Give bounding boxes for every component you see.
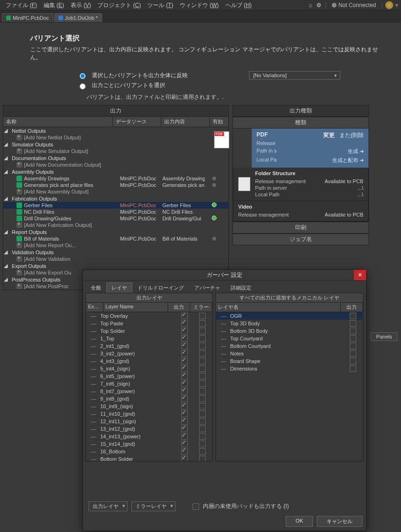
output-checkbox[interactable] bbox=[181, 388, 188, 395]
mech-layer-row[interactable]: Top Courtyard bbox=[216, 335, 363, 342]
mech-output-checkbox[interactable] bbox=[350, 313, 356, 319]
add-new-output[interactable]: [Add New Fabrication Output] bbox=[3, 222, 228, 228]
category-row[interactable]: ◢Assembly Outputs bbox=[3, 168, 228, 175]
output-checkbox[interactable] bbox=[181, 328, 188, 334]
category-row[interactable]: ◢Simulator Outputs bbox=[3, 141, 228, 148]
output-checkbox[interactable] bbox=[181, 411, 188, 417]
output-item[interactable]: Assembly DrawingsMiniPC.PcbDocAssembly D… bbox=[3, 175, 228, 182]
tab-drill[interactable]: ドリルドローイング bbox=[132, 282, 189, 293]
mech-layer-row[interactable]: Top 3D Body bbox=[216, 320, 363, 327]
layer-row[interactable]: 3_int2_(power) bbox=[86, 350, 212, 357]
tab-advanced[interactable]: 詳細設定 bbox=[225, 282, 257, 293]
gear-icon[interactable] bbox=[316, 2, 323, 8]
menu-view[interactable]: 表示 (V) bbox=[68, 0, 94, 10]
output-checkbox[interactable] bbox=[181, 403, 188, 410]
chevron-down-icon[interactable]: ▾ bbox=[395, 2, 398, 8]
mirror-checkbox[interactable] bbox=[199, 380, 206, 387]
mirror-checkbox[interactable] bbox=[199, 426, 206, 432]
mirror-checkbox[interactable] bbox=[199, 343, 206, 349]
home-icon[interactable] bbox=[309, 2, 315, 8]
ok-button[interactable]: OK bbox=[286, 516, 313, 527]
mirror-checkbox[interactable] bbox=[199, 448, 206, 455]
mirror-checkbox[interactable] bbox=[199, 328, 206, 334]
mech-layer-row[interactable]: Bottom Courtyard bbox=[216, 342, 363, 350]
layer-row[interactable]: 8_int7_(power) bbox=[86, 387, 212, 395]
mech-output-checkbox[interactable] bbox=[350, 343, 356, 349]
pdf-delete[interactable]: また(削除 bbox=[339, 132, 364, 138]
category-row[interactable]: ◢Netlist Outputs bbox=[3, 127, 228, 134]
radio-apply-all[interactable] bbox=[80, 73, 86, 79]
category-row[interactable]: ◢Fabrication Outputs bbox=[3, 195, 228, 202]
unused-pads-checkbox[interactable] bbox=[192, 503, 199, 510]
mirror-layer-dropdown[interactable]: ミラーレイヤ bbox=[131, 501, 176, 511]
mirror-checkbox[interactable] bbox=[199, 320, 206, 327]
mirror-checkbox[interactable] bbox=[199, 313, 206, 319]
menu-project[interactable]: プロジェクト (C) bbox=[95, 0, 144, 10]
layer-row[interactable]: 7_int6_(sign) bbox=[86, 380, 212, 387]
add-new-output[interactable]: [Add New Documentation Output] bbox=[3, 161, 228, 168]
output-checkbox[interactable] bbox=[181, 441, 188, 447]
output-item[interactable]: NC Drill FilesMiniPC.PcbDocNC Drill File… bbox=[3, 209, 228, 215]
layer-row[interactable]: 11_int10_(gnd) bbox=[86, 410, 212, 418]
layer-row[interactable]: Top Overlay bbox=[86, 312, 212, 320]
output-checkbox[interactable] bbox=[181, 380, 188, 387]
add-new-output[interactable]: [Add New Assembly Output] bbox=[3, 188, 228, 195]
layer-row[interactable]: Top Solder bbox=[86, 327, 212, 335]
output-checkbox[interactable] bbox=[181, 313, 188, 319]
connection-status[interactable]: Not Connected bbox=[329, 2, 379, 8]
output-item[interactable]: Gerber FilesMiniPC.PcbDocGerber Files bbox=[3, 202, 228, 209]
mech-output-checkbox[interactable] bbox=[350, 365, 356, 372]
mech-output-checkbox[interactable] bbox=[350, 335, 356, 342]
mirror-checkbox[interactable] bbox=[199, 456, 206, 461]
output-checkbox[interactable] bbox=[181, 320, 188, 327]
mirror-checkbox[interactable] bbox=[199, 441, 206, 447]
tab-layers[interactable]: レイヤ bbox=[106, 282, 132, 293]
layer-row[interactable]: Bottom Solder bbox=[86, 455, 212, 461]
menu-window[interactable]: ウィンドウ (W) bbox=[177, 0, 222, 10]
layer-row[interactable]: 15_int14_(gnd) bbox=[86, 440, 212, 448]
mirror-checkbox[interactable] bbox=[199, 395, 206, 402]
add-new-output[interactable]: [Add New Simulator Output] bbox=[3, 148, 228, 154]
add-new-output[interactable]: [Add New Netlist Output] bbox=[3, 134, 228, 141]
variant-combo[interactable]: [No Variations] bbox=[249, 71, 340, 80]
mech-layer-row[interactable]: OGR bbox=[216, 312, 363, 320]
output-checkbox[interactable] bbox=[181, 358, 188, 364]
category-row[interactable]: ◢Documentation Outputs bbox=[3, 154, 228, 161]
pdf-generate[interactable]: 生成 ➜ bbox=[348, 148, 364, 155]
output-tree[interactable]: ◢Netlist Outputs[Add New Netlist Output]… bbox=[3, 127, 229, 290]
output-checkbox[interactable] bbox=[181, 365, 188, 372]
mirror-checkbox[interactable] bbox=[199, 358, 206, 364]
mech-output-checkbox[interactable] bbox=[350, 320, 356, 327]
mech-output-checkbox[interactable] bbox=[350, 350, 356, 357]
panels-button[interactable]: Panels bbox=[371, 332, 397, 341]
output-item[interactable]: Generates pick and place filesMiniPC.Pcb… bbox=[3, 182, 228, 188]
mirror-checkbox[interactable] bbox=[199, 350, 206, 357]
layer-row[interactable]: 14_int13_(power) bbox=[86, 433, 212, 440]
layer-row[interactable]: Top Paste bbox=[86, 320, 212, 327]
output-layer-dropdown[interactable]: 出力レイヤ bbox=[88, 501, 128, 511]
mech-list[interactable]: OGRTop 3D BodyBottom 3D BodyTop Courtyar… bbox=[216, 312, 363, 461]
mech-layer-row[interactable]: Bottom 3D Body bbox=[216, 327, 363, 335]
cancel-button[interactable]: キャンセル bbox=[317, 516, 362, 527]
category-row[interactable]: ◢Report Outputs bbox=[3, 228, 228, 235]
mirror-checkbox[interactable] bbox=[199, 388, 206, 395]
output-item[interactable]: Bill of MaterialsMiniPC.PcbDocBill of Ma… bbox=[3, 235, 228, 242]
layer-row[interactable]: 16_Bottom bbox=[86, 448, 212, 455]
category-row[interactable]: ◢Export Outputs bbox=[3, 262, 228, 269]
layer-row[interactable]: 10_int9_(sign) bbox=[86, 403, 212, 410]
output-checkbox[interactable] bbox=[181, 456, 188, 461]
category-row[interactable]: ◢Validation Outputs bbox=[3, 249, 228, 256]
menu-file[interactable]: ファイル (F) bbox=[3, 0, 40, 10]
output-checkbox[interactable] bbox=[181, 433, 188, 440]
pdf-change[interactable]: 変更 bbox=[323, 132, 335, 138]
output-checkbox[interactable] bbox=[181, 418, 188, 425]
mirror-checkbox[interactable] bbox=[199, 335, 206, 342]
user-icon[interactable] bbox=[385, 1, 393, 9]
mirror-checkbox[interactable] bbox=[199, 411, 206, 417]
mech-layer-row[interactable]: Board Shape bbox=[216, 357, 363, 365]
tab-general[interactable]: 全般 bbox=[86, 282, 106, 293]
output-checkbox[interactable] bbox=[181, 335, 188, 342]
mirror-checkbox[interactable] bbox=[199, 365, 206, 372]
close-icon[interactable]: ✕ bbox=[354, 270, 366, 280]
pdf-gendist[interactable]: 生成と配布 ➜ bbox=[332, 157, 364, 164]
